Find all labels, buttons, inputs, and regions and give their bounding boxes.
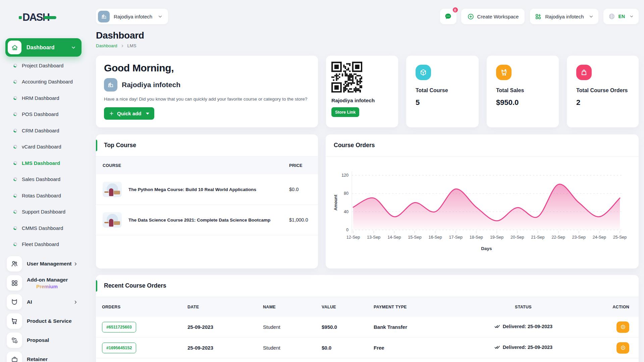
stat-value: $950.0 bbox=[496, 98, 549, 107]
sidebar-active-label: Dashboard bbox=[26, 45, 71, 51]
workspace-avatar-building-icon bbox=[98, 11, 110, 22]
sidebar-item-vcard-dashboard[interactable]: vCard Dashboard bbox=[0, 139, 87, 155]
column-header-course: COURSE bbox=[103, 163, 289, 168]
sidebar-item-hrm-dashboard[interactable]: HRM Dashboard bbox=[0, 90, 87, 106]
double-check-icon bbox=[494, 323, 500, 329]
recent-orders-title: Recent Course Orders bbox=[104, 282, 166, 289]
order-value: $950.0 bbox=[322, 324, 374, 330]
caret-down-icon bbox=[146, 113, 149, 115]
sidebar-item-cmms-dashboard[interactable]: CMMS Dashboard bbox=[0, 220, 87, 236]
sidebar-item-user-management[interactable]: User Management bbox=[7, 256, 83, 272]
sidebar-item-label: Project Dashboard bbox=[22, 63, 63, 68]
workspace-menu-label: Rajodiya infotech bbox=[545, 14, 584, 19]
sidebar-section-label: AI bbox=[27, 299, 73, 305]
sidebar-item-add-on-manager[interactable]: Add-on ManagerPremium bbox=[7, 275, 83, 291]
bullet-icon bbox=[13, 210, 17, 214]
sidebar-item-rotas-dashboard[interactable]: Rotas Dashboard bbox=[0, 187, 87, 204]
sidebar-item-dashboard[interactable]: Dashboard bbox=[5, 38, 82, 57]
bullet-icon bbox=[13, 80, 17, 83]
course-title: The Data Science Course 2021: Complete D… bbox=[128, 218, 270, 223]
workspace-menu[interactable]: Rajodiya infotech bbox=[530, 9, 598, 24]
bullet-icon bbox=[13, 226, 17, 230]
sidebar-item-pos-dashboard[interactable]: POS Dashboard bbox=[0, 106, 87, 123]
briefcase-icon bbox=[7, 352, 22, 362]
svg-text:16-Sep: 16-Sep bbox=[428, 235, 442, 240]
column-header-action: ACTION bbox=[592, 305, 629, 309]
sidebar-item-support-dashboard[interactable]: Support Dashboard bbox=[0, 204, 87, 220]
svg-text:22-Sep: 22-Sep bbox=[551, 235, 565, 240]
svg-text:40: 40 bbox=[344, 209, 348, 214]
breadcrumb-link-dashboard[interactable]: Dashboard bbox=[96, 43, 117, 48]
stat-value: 2 bbox=[576, 98, 629, 107]
order-status: Delivered: 25-09-2023 bbox=[494, 323, 552, 329]
sidebar-item-project-dashboard[interactable]: Project Dashboard bbox=[0, 57, 87, 74]
bullet-icon bbox=[13, 129, 17, 132]
order-id-link[interactable]: #1695645152 bbox=[102, 343, 136, 353]
greeting-card: Good Morning, Rajodiya infotech Have a n… bbox=[96, 56, 318, 127]
sidebar-item-crm-dashboard[interactable]: CRM Dashboard bbox=[0, 122, 87, 139]
stat-card-total-course-orders: Total Course Orders2 bbox=[567, 56, 639, 127]
quick-add-label: Quick add bbox=[117, 111, 142, 116]
svg-text:Amount: Amount bbox=[333, 194, 338, 210]
order-date: 25-09-2023 bbox=[187, 345, 263, 351]
sidebar-item-lms-dashboard[interactable]: LMS Dashboard bbox=[0, 155, 87, 171]
store-link-button[interactable]: Store Link bbox=[331, 107, 359, 117]
sidebar-item-label: Support Dashboard bbox=[22, 209, 65, 215]
sidebar-item-label: Accounting Dashboard bbox=[22, 79, 73, 84]
table-row: The Python Mega Course: Build 10 Real Wo… bbox=[96, 174, 318, 205]
sidebar-item-retainer[interactable]: Retainer bbox=[7, 352, 83, 362]
sidebar-item-label: Rotas Dashboard bbox=[22, 193, 61, 198]
brand-logo[interactable]: DASH bbox=[19, 11, 87, 23]
order-payment-type: Free bbox=[374, 345, 454, 351]
cube-icon bbox=[416, 65, 431, 80]
notification-badge: 0 bbox=[452, 7, 459, 13]
sidebar-item-label: POS Dashboard bbox=[22, 111, 58, 117]
order-status: Delivered: 25-09-2023 bbox=[494, 344, 552, 350]
company-avatar-building-icon bbox=[104, 78, 117, 92]
top-course-table-header: COURSE PRICE bbox=[96, 157, 318, 174]
stat-label: Total Sales bbox=[496, 87, 549, 94]
top-course-title: Top Course bbox=[104, 142, 136, 149]
notifications-button[interactable]: 0 bbox=[440, 9, 457, 24]
course-thumbnail bbox=[103, 182, 122, 197]
sidebar-item-ai[interactable]: AI bbox=[7, 294, 83, 310]
bullet-icon bbox=[13, 112, 17, 116]
column-header-price: PRICE bbox=[289, 163, 318, 168]
sidebar-section-label: Proposal bbox=[27, 337, 83, 343]
create-workspace-label: Create Workspace bbox=[477, 14, 519, 19]
quick-add-button[interactable]: Quick add bbox=[104, 107, 154, 120]
column-header-name: NAME bbox=[263, 305, 322, 309]
record-icon bbox=[620, 324, 626, 330]
greeting-title: Good Morning, bbox=[104, 62, 310, 74]
sidebar-item-fleet-dashboard[interactable]: Fleet Dashboard bbox=[0, 236, 87, 253]
course-price: $1,000.0 bbox=[289, 217, 318, 223]
svg-text:13-Sep: 13-Sep bbox=[367, 235, 380, 240]
sidebar-item-product-service[interactable]: Product & Service bbox=[7, 313, 83, 329]
order-name: Student bbox=[263, 345, 322, 351]
svg-text:23-Sep: 23-Sep bbox=[572, 235, 586, 240]
sidebar-item-sales-dashboard[interactable]: Sales Dashboard bbox=[0, 171, 87, 188]
plus-icon bbox=[109, 111, 114, 116]
course-title: The Python Mega Course: Build 10 Real Wo… bbox=[128, 187, 256, 192]
order-date: 25-09-2023 bbox=[187, 324, 263, 330]
sidebar-section-label: Add-on Manager bbox=[27, 277, 83, 283]
sidebar-item-proposal[interactable]: Proposal bbox=[7, 333, 83, 348]
sidebar-item-accounting-dashboard[interactable]: Accounting Dashboard bbox=[0, 74, 87, 90]
workspace-chip[interactable]: Rajodiya infotech bbox=[96, 9, 168, 24]
order-id-link[interactable]: #6511725603 bbox=[102, 322, 136, 333]
chevron-right-icon bbox=[73, 300, 78, 305]
view-order-button[interactable] bbox=[616, 321, 629, 333]
svg-text:21-Sep: 21-Sep bbox=[531, 235, 544, 240]
main-content: Rajodiya infotech 0 Create Workspace Raj… bbox=[96, 0, 639, 362]
svg-text:24-Sep: 24-Sep bbox=[593, 235, 606, 240]
svg-text:20-Sep: 20-Sep bbox=[511, 235, 524, 240]
create-workspace-button[interactable]: Create Workspace bbox=[461, 9, 525, 24]
grid-icon bbox=[7, 275, 22, 291]
language-selector[interactable]: EN bbox=[603, 9, 639, 24]
sidebar-section-label: User Management bbox=[27, 261, 73, 267]
svg-text:80: 80 bbox=[344, 191, 348, 196]
svg-text:Days: Days bbox=[481, 246, 492, 251]
bullet-icon bbox=[13, 96, 17, 100]
globe-icon bbox=[608, 13, 615, 20]
view-order-button[interactable] bbox=[616, 342, 629, 354]
